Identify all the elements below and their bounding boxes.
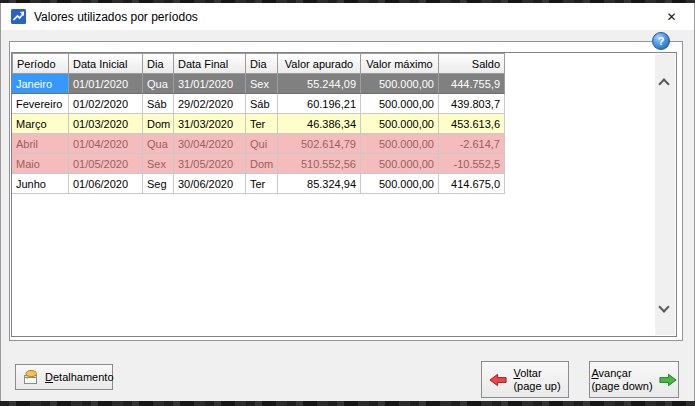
table-row-maio[interactable]: Maio 01/05/2020 Sex 31/05/2020 Dom 510.5… xyxy=(12,154,505,174)
table-row-janeiro[interactable]: Janeiro 01/01/2020 Qua 31/01/2020 Sex 55… xyxy=(12,74,505,94)
note-balloon-icon xyxy=(23,369,39,385)
cell-valor-apurado[interactable]: 85.324,94 xyxy=(278,174,361,194)
red-left-arrow-icon xyxy=(489,373,507,387)
detalhamento-button[interactable]: Detalhamento xyxy=(15,364,113,390)
content-panel: Período Data Inicial Dia Data Final Dia … xyxy=(9,41,683,341)
cell-dia-final[interactable]: Sex xyxy=(246,74,278,94)
green-right-arrow-icon xyxy=(659,373,677,387)
cell-data-final[interactable]: 29/02/2020 xyxy=(174,94,246,114)
cell-valor-apurado[interactable]: 55.244,09 xyxy=(278,74,361,94)
cell-valor-maximo[interactable]: 500.000,00 xyxy=(361,114,439,134)
chevron-down-icon[interactable] xyxy=(658,301,669,312)
cell-valor-apurado[interactable]: 510.552,56 xyxy=(278,154,361,174)
cell-dia-inicial[interactable]: Qua xyxy=(143,74,174,94)
col-header-periodo[interactable]: Período xyxy=(12,53,69,74)
screen: Valores utilizados por períodos ✕ ? Perí… xyxy=(0,0,695,406)
cell-dia-final[interactable]: Qui xyxy=(246,134,278,154)
vertical-scrollbar[interactable] xyxy=(655,54,675,335)
cell-dia-final[interactable]: Sáb xyxy=(246,94,278,114)
cell-saldo[interactable]: 453.613,6 xyxy=(439,114,505,134)
window-title: Valores utilizados por períodos xyxy=(34,10,198,24)
cell-period[interactable]: Janeiro xyxy=(12,74,69,94)
cell-valor-maximo[interactable]: 500.000,00 xyxy=(361,134,439,154)
cell-data-inicial[interactable]: 01/02/2020 xyxy=(69,94,143,114)
cell-saldo[interactable]: -2.614,7 xyxy=(439,134,505,154)
cell-valor-maximo[interactable]: 500.000,00 xyxy=(361,174,439,194)
cell-valor-maximo[interactable]: 500.000,00 xyxy=(361,154,439,174)
voltar-label: Voltar (page up) xyxy=(513,367,560,393)
detalhamento-label: Detalhamento xyxy=(45,371,114,383)
cell-valor-maximo[interactable]: 500.000,00 xyxy=(361,94,439,114)
dialog-window: Valores utilizados por períodos ✕ ? Perí… xyxy=(0,3,695,401)
cell-data-inicial[interactable]: 01/06/2020 xyxy=(69,174,143,194)
periods-grid: Período Data Inicial Dia Data Final Dia … xyxy=(11,52,677,337)
cell-data-inicial[interactable]: 01/04/2020 xyxy=(69,134,143,154)
cell-saldo[interactable]: 414.675,0 xyxy=(439,174,505,194)
table-header-row: Período Data Inicial Dia Data Final Dia … xyxy=(12,53,505,74)
cell-data-final[interactable]: 30/04/2020 xyxy=(174,134,246,154)
cell-data-final[interactable]: 30/06/2020 xyxy=(174,174,246,194)
cell-dia-final[interactable]: Ter xyxy=(246,114,278,134)
titlebar: Valores utilizados por períodos ✕ xyxy=(1,3,694,30)
cell-period[interactable]: Março xyxy=(12,114,69,134)
cell-dia-inicial[interactable]: Qua xyxy=(143,134,174,154)
cell-valor-apurado[interactable]: 60.196,21 xyxy=(278,94,361,114)
cell-dia-inicial[interactable]: Seg xyxy=(143,174,174,194)
cell-dia-inicial[interactable]: Dom xyxy=(143,114,174,134)
cell-valor-apurado[interactable]: 46.386,34 xyxy=(278,114,361,134)
close-icon[interactable]: ✕ xyxy=(649,3,694,30)
cell-data-final[interactable]: 31/05/2020 xyxy=(174,154,246,174)
col-header-data-final[interactable]: Data Final xyxy=(174,53,246,74)
periods-table: Período Data Inicial Dia Data Final Dia … xyxy=(12,53,505,194)
voltar-button[interactable]: Voltar (page up) xyxy=(481,361,569,398)
avancar-button[interactable]: Avançar (page down) xyxy=(589,361,679,398)
cell-period[interactable]: Maio xyxy=(12,154,69,174)
cell-data-inicial[interactable]: 01/05/2020 xyxy=(69,154,143,174)
background-window-strip-bottom xyxy=(0,401,695,406)
col-header-valor-maximo[interactable]: Valor máximo xyxy=(361,53,439,74)
cell-saldo[interactable]: 444.755,9 xyxy=(439,74,505,94)
cell-dia-final[interactable]: Ter xyxy=(246,174,278,194)
cell-saldo[interactable]: -10.552,5 xyxy=(439,154,505,174)
cell-period[interactable]: Fevereiro xyxy=(12,94,69,114)
cell-valor-apurado[interactable]: 502.614,79 xyxy=(278,134,361,154)
cell-period[interactable]: Abril xyxy=(12,134,69,154)
chevron-up-icon[interactable] xyxy=(658,78,669,89)
col-header-dia-final[interactable]: Dia xyxy=(246,53,278,74)
dialog-body: ? Período Data Inicial Dia xyxy=(1,30,694,401)
col-header-data-inicial[interactable]: Data Inicial xyxy=(69,53,143,74)
cell-dia-final[interactable]: Dom xyxy=(246,154,278,174)
avancar-label: Avançar (page down) xyxy=(591,367,652,393)
cell-dia-inicial[interactable]: Sex xyxy=(143,154,174,174)
cell-period[interactable]: Junho xyxy=(12,174,69,194)
cell-data-final[interactable]: 31/01/2020 xyxy=(174,74,246,94)
col-header-valor-apurado[interactable]: Valor apurado xyxy=(278,53,361,74)
table-row-junho[interactable]: Junho 01/06/2020 Seg 30/06/2020 Ter 85.3… xyxy=(12,174,505,194)
col-header-saldo[interactable]: Saldo xyxy=(439,53,505,74)
cell-data-inicial[interactable]: 01/03/2020 xyxy=(69,114,143,134)
cell-data-final[interactable]: 31/03/2020 xyxy=(174,114,246,134)
cell-saldo[interactable]: 439.803,7 xyxy=(439,94,505,114)
cell-dia-inicial[interactable]: Sáb xyxy=(143,94,174,114)
cell-valor-maximo[interactable]: 500.000,00 xyxy=(361,74,439,94)
table-row-fevereiro[interactable]: Fevereiro 01/02/2020 Sáb 29/02/2020 Sáb … xyxy=(12,94,505,114)
cell-data-inicial[interactable]: 01/01/2020 xyxy=(69,74,143,94)
help-icon[interactable]: ? xyxy=(652,32,670,50)
col-header-dia-inicial[interactable]: Dia xyxy=(143,53,174,74)
table-row-abril[interactable]: Abril 01/04/2020 Qua 30/04/2020 Qui 502.… xyxy=(12,134,505,154)
app-trend-chart-icon xyxy=(11,9,26,24)
table-row-marco[interactable]: Março 01/03/2020 Dom 31/03/2020 Ter 46.3… xyxy=(12,114,505,134)
